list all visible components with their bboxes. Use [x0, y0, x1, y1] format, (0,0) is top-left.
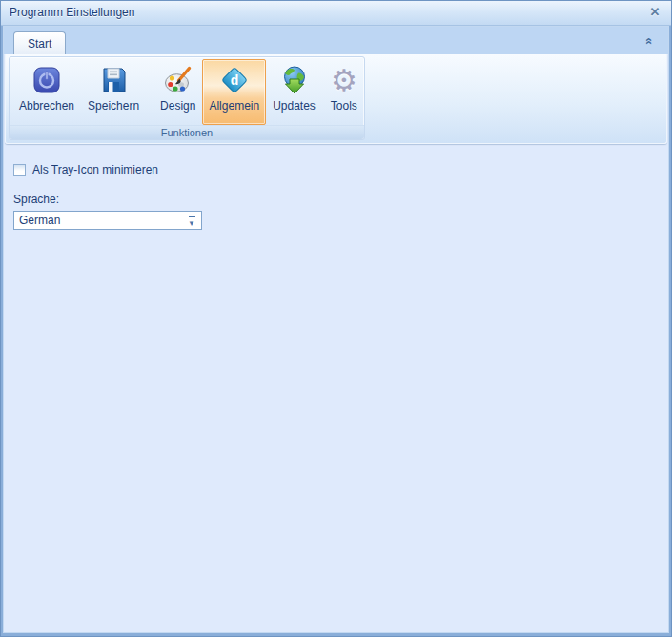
- tools-button[interactable]: ⚙ Tools: [322, 59, 366, 125]
- tab-start[interactable]: Start: [13, 31, 66, 54]
- tray-icon-checkbox-row[interactable]: Als Tray-Icon minimieren: [13, 163, 668, 176]
- gear-icon: ⚙: [329, 65, 359, 95]
- design-button[interactable]: Design: [153, 59, 202, 125]
- allgemein-button[interactable]: d Allgemein: [202, 59, 266, 125]
- close-icon[interactable]: ✕: [647, 5, 662, 20]
- settings-window: Programm Einstellungen ✕ Start «: [0, 0, 672, 637]
- globe-download-icon: [279, 65, 310, 95]
- title-bar: Programm Einstellungen ✕: [1, 1, 671, 26]
- ribbon: Abbrechen: [5, 54, 667, 144]
- ribbon-button-label: Abbrechen: [19, 99, 74, 113]
- speichern-button[interactable]: Speichern: [81, 59, 146, 125]
- ribbon-button-label: Allgemein: [209, 99, 259, 113]
- language-selected-value: German: [19, 214, 60, 227]
- ribbon-buttons-row: Abbrechen: [10, 57, 364, 125]
- d-diamond-icon: d: [219, 65, 250, 95]
- language-select[interactable]: German ▼: [13, 211, 202, 230]
- ribbon-button-label: Tools: [331, 99, 357, 113]
- tray-icon-checkbox-label: Als Tray-Icon minimieren: [32, 163, 158, 176]
- language-label: Sprache:: [13, 193, 668, 206]
- ribbon-button-label: Design: [160, 99, 195, 113]
- chevron-down-icon: ▼: [182, 208, 201, 233]
- palette-icon: [163, 65, 193, 95]
- window-frame: Start «: [3, 26, 669, 633]
- power-icon: [31, 65, 62, 95]
- abbrechen-button[interactable]: Abbrechen: [12, 59, 81, 125]
- window-title: Programm Einstellungen: [1, 1, 671, 25]
- ribbon-button-label: Updates: [273, 99, 316, 113]
- save-icon: [98, 65, 129, 95]
- updates-button[interactable]: Updates: [266, 59, 322, 125]
- collapse-ribbon-icon[interactable]: «: [642, 34, 656, 48]
- group-label-funktionen: Funktionen: [10, 125, 364, 139]
- d-letter: d: [231, 72, 239, 88]
- ribbon-group-funktionen: Abbrechen: [9, 56, 365, 140]
- settings-content: Als Tray-Icon minimieren Sprache: German…: [4, 144, 668, 632]
- tab-strip: Start «: [4, 27, 668, 54]
- ribbon-button-label: Speichern: [88, 99, 139, 113]
- tray-icon-checkbox[interactable]: [13, 164, 26, 176]
